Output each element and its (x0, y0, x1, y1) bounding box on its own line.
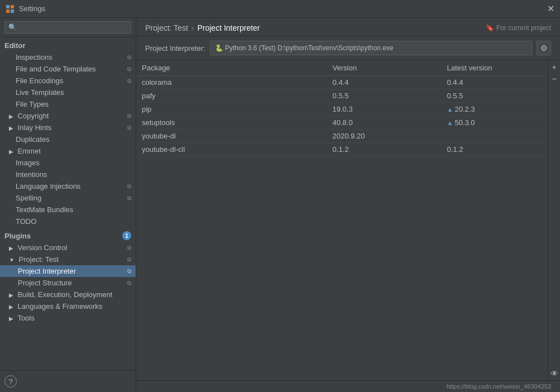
interpreter-label: Project Interpreter: (145, 44, 205, 52)
window-title: Settings (19, 4, 45, 13)
copy-icon: ⧉ (127, 268, 131, 275)
copy-icon: ⧉ (127, 78, 131, 84)
breadcrumb-project: Project: Test (145, 23, 188, 32)
sidebar: Editor Inspections ⧉ File and Code Templ… (0, 18, 136, 392)
sidebar-tree: Editor Inspections ⧉ File and Code Templ… (0, 37, 136, 370)
sidebar-item-textmate-bundles[interactable]: TextMate Bundles (0, 204, 136, 216)
update-arrow: ▲ (447, 119, 454, 126)
package-name: pafy (136, 89, 327, 103)
breadcrumb-sep: › (192, 23, 194, 32)
copy-icon: ⧉ (127, 66, 131, 73)
copy-icon: ⧉ (127, 280, 131, 286)
package-latest: 0.5.5 (441, 89, 560, 103)
package-latest: ▲ 20.2.3 (441, 103, 560, 116)
sidebar-item-file-types[interactable]: File Types (0, 98, 136, 110)
package-latest: ▲ 50.3.0 (441, 116, 560, 130)
search-input[interactable] (4, 21, 131, 34)
sidebar-item-images[interactable]: Images (0, 157, 136, 169)
titlebar-left: Settings (6, 4, 45, 13)
for-current-label: For current project (496, 24, 551, 32)
interpreter-select[interactable]: 🐍 Python 3.6 (Test) D:\python\Test\venv\… (210, 41, 532, 55)
copy-icon: ⧉ (127, 113, 131, 119)
packages-area: Package Version Latest version colorama0… (136, 60, 560, 380)
sidebar-item-spelling[interactable]: Spelling ⧉ (0, 192, 136, 204)
svg-rect-1 (11, 5, 14, 8)
package-version: 19.0.3 (327, 103, 442, 116)
copy-icon: ⧉ (127, 183, 131, 190)
sidebar-item-duplicates[interactable]: Duplicates (0, 133, 136, 145)
sidebar-item-language-injections[interactable]: Language Injections ⧉ (0, 180, 136, 192)
add-package-button[interactable]: + (549, 61, 560, 73)
package-latest (441, 130, 560, 143)
package-version: 0.1.2 (327, 143, 442, 156)
packages-table: Package Version Latest version colorama0… (136, 60, 560, 380)
update-arrow: ▲ (447, 106, 454, 113)
table-row[interactable]: pip19.0.3▲ 20.2.3 (136, 103, 560, 116)
package-name: pip (136, 103, 327, 116)
copy-icon: ⧉ (127, 245, 131, 251)
interpreter-gear-button[interactable]: ⚙ (537, 41, 551, 55)
remove-package-button[interactable]: − (549, 73, 560, 84)
col-header-version: Version (327, 60, 442, 76)
package-latest: 0.4.4 (441, 76, 560, 89)
table-row[interactable]: youtube-dl2020.9.20 (136, 130, 560, 143)
col-header-package: Package (136, 60, 327, 76)
breadcrumb: Project: Test › Project Interpreter (145, 23, 260, 32)
package-version: 2020.9.20 (327, 130, 442, 143)
sidebar-item-project-interpreter[interactable]: Project Interpreter ⧉ (0, 265, 136, 277)
sidebar-item-intentions[interactable]: Intentions (0, 169, 136, 180)
table-row[interactable]: colorama0.4.40.4.4 (136, 76, 560, 89)
titlebar: Settings ✕ (0, 0, 560, 18)
sidebar-item-inspections[interactable]: Inspections ⧉ (0, 51, 136, 63)
copy-icon: ⧉ (127, 54, 131, 61)
sidebar-item-inlay-hints[interactable]: ▶ Inlay Hints ⧉ (0, 122, 136, 133)
package-name: colorama (136, 76, 327, 89)
package-name: youtube-dl (136, 130, 327, 143)
packages-data-table: Package Version Latest version colorama0… (136, 60, 560, 156)
main-panel: Project: Test › Project Interpreter 🔖 Fo… (136, 18, 560, 392)
sidebar-bottom: ? (0, 370, 136, 392)
breadcrumb-current: Project Interpreter (197, 23, 260, 32)
sidebar-item-file-code-templates[interactable]: File and Code Templates ⧉ (0, 63, 136, 75)
sidebar-item-tools[interactable]: ▶ Tools (0, 312, 136, 324)
sidebar-item-version-control[interactable]: ▶ Version Control ⧉ (0, 242, 136, 254)
copy-icon: ⧉ (127, 195, 131, 202)
content-area: Editor Inspections ⧉ File and Code Templ… (0, 18, 560, 392)
copy-icon: ⧉ (127, 256, 131, 263)
app-icon (6, 4, 15, 13)
sidebar-item-file-encodings[interactable]: File Encodings ⧉ (0, 75, 136, 87)
help-button[interactable]: ? (4, 375, 17, 388)
sidebar-item-languages[interactable]: ▶ Languages & Frameworks (0, 300, 136, 312)
details-button[interactable]: 👁 (549, 368, 560, 379)
svg-rect-2 (6, 9, 9, 13)
sidebar-item-copyright[interactable]: ▶ Copyright ⧉ (0, 110, 136, 122)
package-name: youtube-dl-cli (136, 143, 327, 156)
package-version: 0.5.5 (327, 89, 442, 103)
bookmark-icon: 🔖 (486, 24, 494, 32)
for-current-project: 🔖 For current project (486, 24, 551, 32)
package-version: 0.4.4 (327, 76, 442, 89)
table-row[interactable]: pafy0.5.50.5.5 (136, 89, 560, 103)
package-version: 40.8.0 (327, 116, 442, 130)
table-row[interactable]: youtube-dl-cli0.1.20.1.2 (136, 143, 560, 156)
search-box (0, 18, 136, 37)
settings-window: Settings ✕ Editor Inspections ⧉ File and… (0, 0, 560, 392)
table-actions: + − 👁 (548, 60, 560, 380)
sidebar-item-emmet[interactable]: ▶ Emmet (0, 145, 136, 157)
sidebar-item-build[interactable]: ▶ Build, Execution, Deployment (0, 289, 136, 300)
sidebar-item-live-templates[interactable]: Live Templates (0, 87, 136, 98)
sidebar-item-todo[interactable]: TODO (0, 216, 136, 227)
url-text: https://blog.csdn.net/weixin_46304253 (447, 383, 551, 390)
svg-rect-3 (11, 9, 14, 13)
col-header-latest: Latest version (441, 60, 560, 76)
main-header: Project: Test › Project Interpreter 🔖 Fo… (136, 18, 560, 36)
sidebar-section-editor[interactable]: Editor (0, 40, 136, 51)
svg-rect-0 (6, 5, 9, 8)
sidebar-item-project-test[interactable]: ▼ Project: Test ⧉ (0, 254, 136, 265)
interpreter-row: Project Interpreter: 🐍 Python 3.6 (Test)… (136, 36, 560, 60)
copy-icon: ⧉ (127, 125, 131, 131)
sidebar-section-plugins[interactable]: Plugins 1 (0, 230, 136, 242)
table-row[interactable]: setuptools40.8.0▲ 50.3.0 (136, 116, 560, 130)
close-button[interactable]: ✕ (547, 4, 554, 13)
sidebar-item-project-structure[interactable]: Project Structure ⧉ (0, 277, 136, 289)
